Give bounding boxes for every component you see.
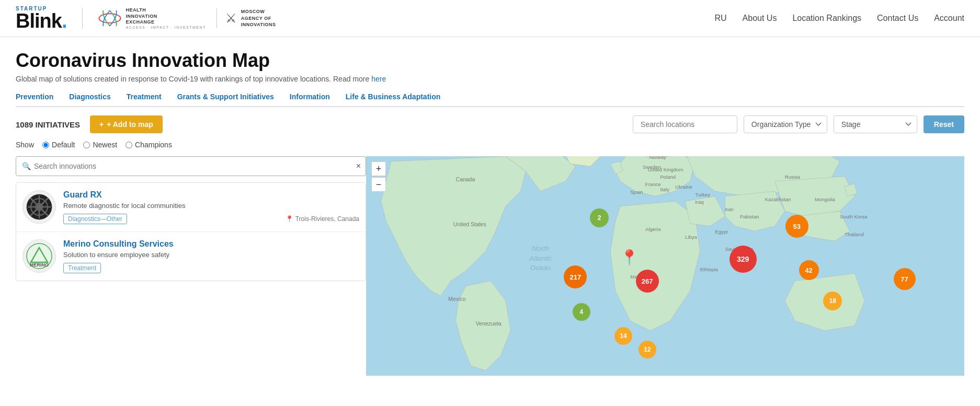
svg-text:Atlantic: Atlantic [529,255,552,263]
nav-about[interactable]: About Us [743,14,777,23]
innovation-name[interactable]: Guard RX [63,190,359,200]
show-label: Show [16,141,34,149]
search-clear-button[interactable]: × [356,162,361,170]
svg-text:France: France [645,182,661,188]
search-innovations-input[interactable] [16,156,366,176]
show-options: Show Default Newest Champions [16,141,964,149]
startupblink-logo[interactable]: STARTUP Blink. [16,6,66,30]
innovation-list: Guard RX Remote diagnostic for local com… [16,182,366,281]
tab-treatment[interactable]: Treatment [127,92,162,107]
tab-prevention[interactable]: Prevention [16,92,53,107]
main-layout: 🔍 × [16,156,964,376]
cluster-marker[interactable]: 329 [730,246,757,273]
radio-newest[interactable]: Newest [83,141,117,149]
innovation-bottom: Diagnostics—Other 📍 Trois-Rivieres, Cana… [63,214,359,224]
nav-ru[interactable]: RU [714,14,726,23]
location-pin-icon: 📍 [286,215,293,223]
svg-text:Venezuela: Venezuela [476,321,502,327]
search-icon: 🔍 [22,162,31,170]
read-more-link[interactable]: here [371,75,386,83]
cluster-marker[interactable]: 53 [785,215,808,238]
nav-rankings[interactable]: Location Rankings [792,14,861,23]
cluster-marker[interactable]: 77 [894,268,916,290]
cluster-marker[interactable]: 4 [573,303,590,321]
innovation-list-scroll[interactable]: Guard RX Remote diagnostic for local com… [16,182,366,281]
add-to-map-button[interactable]: + + Add to map [90,115,163,133]
map-container[interactable]: North Atlantic Ocean Canada United State… [366,156,964,376]
svg-text:Spain: Spain [630,189,643,195]
radio-default[interactable]: Default [42,141,75,149]
cluster-marker[interactable]: 42 [799,260,819,280]
stage-select[interactable]: Stage Idea MVP Growth Mature [834,115,917,133]
svg-text:Sweden: Sweden [643,164,660,170]
initiatives-count: 1089 INITIATIVES [16,120,84,129]
innovation-logo-merino: MERINO [22,239,56,273]
svg-text:Algeria: Algeria [645,226,661,232]
svg-text:Russia: Russia [785,174,801,180]
search-locations-input[interactable] [633,115,737,133]
search-innovations-wrapper: 🔍 × [16,156,366,176]
main-nav: RU About Us Location Rankings Contact Us… [714,14,964,23]
page-content: Coronavirus Innovation Map Global map of… [0,37,980,376]
svg-text:Italy: Italy [660,187,669,192]
svg-text:Iraq: Iraq [695,199,703,205]
innovation-name[interactable]: Merino Consulting Services [63,239,359,249]
tab-information[interactable]: Information [290,92,330,107]
plus-icon: + [99,120,104,129]
svg-text:Libya: Libya [685,234,697,240]
map-controls: + − [371,161,386,192]
innovation-tag[interactable]: Diagnostics—Other [63,214,127,224]
svg-text:North: North [532,245,549,252]
moscow-logo[interactable]: ⚔ MOSCOW AGENCY OF INNOVATIONS [216,8,276,28]
innovation-location: 📍 Trois-Rivieres, Canada [286,215,359,223]
category-tabs: Prevention Diagnostics Treatment Grants … [16,92,964,107]
innovation-info-guard-rx: Guard RX Remote diagnostic for local com… [63,190,359,224]
left-panel: 🔍 × [16,156,366,376]
hie-icon [98,10,121,26]
svg-text:Ukraine: Ukraine [675,184,692,190]
radio-champions[interactable]: Champions [126,141,172,149]
list-item: MERINO Merino Consulting Services Soluti… [16,232,366,281]
nav-account[interactable]: Account [934,14,964,23]
zoom-in-button[interactable]: + [371,161,386,176]
reset-button[interactable]: Reset [924,115,964,133]
svg-text:Canada: Canada [456,177,475,182]
page-title: Coronavirus Innovation Map [16,50,964,72]
innovation-desc: Solution to ensure employee safety [63,251,359,259]
nav-contact[interactable]: Contact Us [877,14,918,23]
svg-text:Poland: Poland [660,174,676,180]
innovation-tag[interactable]: Treatment [63,263,101,273]
svg-text:Mongolia: Mongolia [815,196,835,202]
innovation-logo-guard-rx [22,190,56,224]
hie-logo[interactable]: HEALTH INNOVATION EXCHANGE ACCESS · IMPA… [98,7,206,29]
svg-text:Thailand: Thailand [845,231,864,237]
innovation-bottom: Treatment [63,263,359,273]
innovation-info-merino: Merino Consulting Services Solution to e… [63,239,359,273]
zoom-out-button[interactable]: − [371,177,386,192]
svg-point-0 [99,14,121,23]
tab-grants[interactable]: Grants & Support Initiatives [177,92,274,107]
cluster-marker[interactable]: 12 [639,341,656,358]
svg-text:Pakistan: Pakistan [740,214,759,220]
logo-sep-1 [82,8,83,29]
tab-life-business[interactable]: Life & Business Adaptation [346,92,441,107]
list-item: Guard RX Remote diagnostic for local com… [16,183,366,232]
svg-text:Ocean: Ocean [530,264,551,272]
map-pin[interactable]: 📍 [620,249,639,266]
svg-text:Iran: Iran [725,206,733,212]
cluster-marker[interactable]: 217 [564,265,587,288]
svg-text:United States: United States [453,222,486,227]
toolbar: 1089 INITIATIVES + + Add to map Organiza… [16,115,964,133]
innovation-desc: Remote diagnostic for local communities [63,202,359,210]
cluster-marker[interactable]: 18 [823,292,842,310]
svg-text:South Korea: South Korea [840,214,868,220]
moscow-knight-icon: ⚔ [225,11,237,26]
map-background: North Atlantic Ocean Canada United State… [366,156,964,376]
cluster-marker[interactable]: 2 [590,208,609,227]
tab-diagnostics[interactable]: Diagnostics [69,92,110,107]
cluster-marker[interactable]: 14 [614,327,632,345]
org-type-select[interactable]: Organization Type Startup Corporate Gove… [744,115,827,133]
header: STARTUP Blink. HEALTH INNOVATION EXCHANG… [0,0,980,37]
cluster-marker[interactable]: 267 [636,270,659,293]
logos-group: STARTUP Blink. HEALTH INNOVATION EXCHANG… [16,6,714,30]
